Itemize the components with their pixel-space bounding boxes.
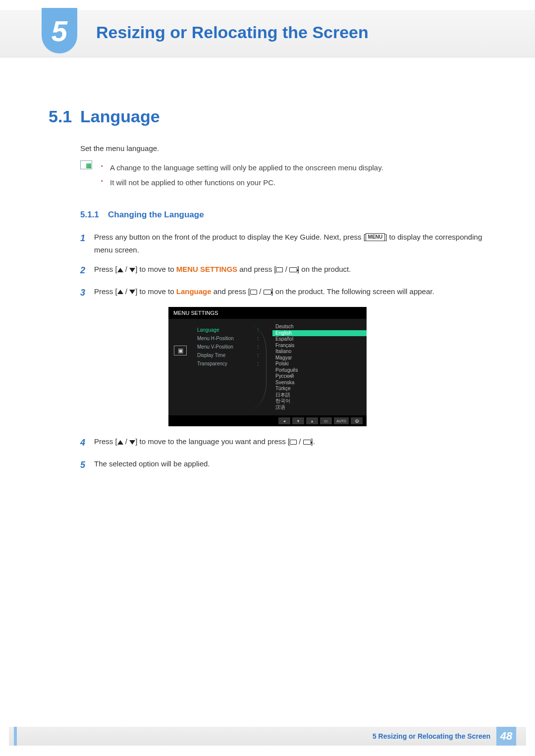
subsection-heading: 5.1.1 Changing the Language [80,210,486,220]
osd-menu-item: Language: [194,326,267,334]
source-icon [276,267,283,272]
osd-language-option: Magyar [272,355,367,361]
down-arrow-icon [129,290,135,294]
osd-language-option: Français [272,343,367,349]
menu-settings-label: MENU SETTINGS [176,265,237,273]
osd-power-icon: ⏻ [351,417,363,424]
osd-up-icon: ▴ [306,417,318,424]
note-list: A change to the language setting will on… [101,160,383,190]
osd-language-option: Italiano [272,349,367,355]
osd-language-option: Русский [272,373,367,380]
osd-enter-icon: ▭ [320,417,332,424]
osd-language-list: DeutschEnglishEspañolFrançaisItalianoMag… [267,323,367,411]
osd-menu-item: Menu V-Position: [194,343,267,351]
subsection-title: Changing the Language [108,210,204,220]
note-item: A change to the language setting will on… [101,160,383,175]
down-arrow-icon [129,440,135,445]
section-heading: 5.1 Language [49,107,486,126]
note-icon [80,160,92,169]
section-intro: Set the menu language. [80,144,486,152]
step-5: 5 The selected option will be applied. [80,457,486,473]
page-footer: 5 Resizing or Relocating the Screen 48 [9,727,526,746]
osd-screenshot: MENU SETTINGS ▣ Language:Menu H-Position… [49,307,486,426]
osd-language-option: 日本語 [272,392,367,399]
content: 5.1 Language Set the menu language. A ch… [0,107,535,472]
language-label: Language [176,287,212,296]
source-icon [250,290,257,295]
source-icon [290,440,297,445]
step-number: 2 [80,263,94,278]
step-number: 4 [80,435,94,451]
osd-down-icon: ▾ [292,417,304,424]
osd-language-option: Deutsch [272,324,367,330]
enter-icon [289,267,297,272]
osd-language-option: 한국어 [272,398,367,404]
chapter-number: 5 [52,14,67,48]
step-number: 3 [80,285,94,301]
note-item: It will not be applied to other function… [101,175,383,190]
step-2: 2 Press [ / ] to move to MENU SETTINGS a… [80,263,486,278]
up-arrow-icon [117,440,123,445]
down-arrow-icon [129,268,135,272]
osd-menu-list: Language:Menu H-Position:Menu V-Position… [192,323,267,411]
osd-menu-item: Display Time: [194,351,267,359]
chapter-badge: 5 [42,8,77,53]
osd-language-option: Svenska [272,380,367,386]
up-arrow-icon [117,290,123,294]
page-number: 48 [496,727,516,746]
osd-menu-item: Transparency: [194,359,267,368]
osd-menu-item: Menu H-Position: [194,334,267,343]
subsection-number: 5.1.1 [80,210,108,220]
chapter-header: 5 Resizing or Relocating the Screen [0,10,535,57]
osd-language-option: Türkçe [272,386,367,392]
chapter-title: Resizing or Relocating the Screen [96,23,369,42]
footer-accent [14,727,17,746]
osd-back-icon: ◂ [278,417,290,424]
menu-key-icon: MENU [366,233,385,241]
up-arrow-icon [117,268,123,272]
footer-caption: 5 Resizing or Relocating the Screen [373,732,490,740]
enter-icon [303,440,311,445]
osd-language-option: Português [272,367,367,374]
osd-auto-button: AUTO [334,417,349,424]
osd-language-option: English [272,330,367,337]
osd-language-option: Español [272,336,367,343]
step-1: 1 Press any button on the front of the p… [80,231,486,256]
osd-footer: ◂ ▾ ▴ ▭ AUTO ⏻ [168,415,367,426]
osd-title: MENU SETTINGS [168,307,367,319]
note-block: A change to the language setting will on… [80,160,486,190]
section-title: Language [80,107,160,126]
osd-language-option: Polski [272,361,367,367]
step-number: 5 [80,457,94,473]
step-4: 4 Press [ / ] to move to the language yo… [80,435,486,451]
osd-section-icon: ▣ [174,346,187,355]
osd-panel: MENU SETTINGS ▣ Language:Menu H-Position… [168,307,367,426]
step-number: 1 [80,231,94,256]
osd-language-option: 汉语 [272,404,367,411]
enter-icon [264,290,271,295]
step-3: 3 Press [ / ] to move to Language and pr… [80,285,486,301]
section-number: 5.1 [49,107,80,126]
